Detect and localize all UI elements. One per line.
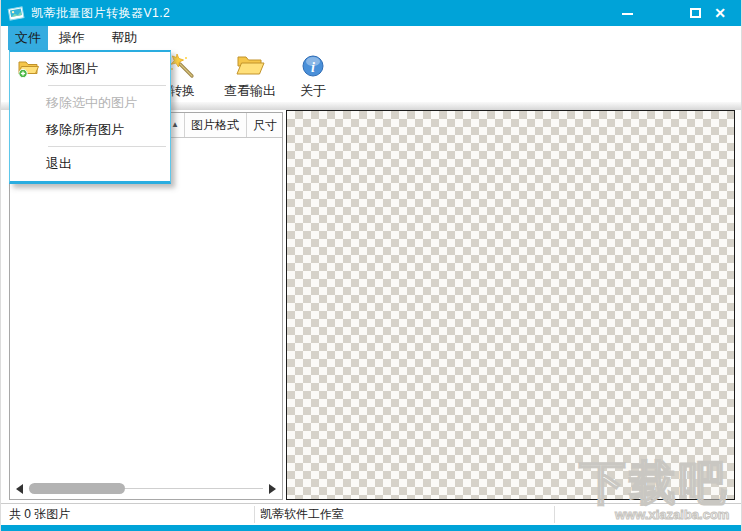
menu-item-exit[interactable]: 退出 <box>10 150 170 177</box>
titlebar[interactable]: 凯蒂批量图片转换器V1.2 ✕ <box>1 0 741 26</box>
status-divider <box>554 506 555 523</box>
status-image-count: 共 0 张图片 <box>9 504 70 525</box>
toolbar-button-view-output[interactable]: 查看输出 <box>215 51 285 101</box>
sort-ascending-icon: ▲ <box>171 113 179 137</box>
menu-item-remove-all[interactable]: 移除所有图片 <box>10 116 170 143</box>
window-title: 凯蒂批量图片转换器V1.2 <box>31 0 170 26</box>
info-icon: i <box>301 51 325 81</box>
toolbar-button-label: 查看输出 <box>224 82 276 100</box>
status-studio-name: 凯蒂软件工作室 <box>260 504 344 525</box>
column-label: 尺寸 <box>253 118 277 132</box>
menu-item-label: 添加图片 <box>46 60 98 78</box>
menubar-item-operation[interactable]: 操作 <box>52 26 92 50</box>
menu-item-add-images[interactable]: 添加图片 <box>10 55 170 82</box>
column-header-format[interactable]: 图片格式 <box>185 113 247 137</box>
toolbar-button-label: 转换 <box>169 82 195 100</box>
menu-item-remove-selected: 移除选中的图片 <box>10 89 170 116</box>
menubar: 文件 操作 帮助 <box>1 26 741 50</box>
minimize-icon <box>622 13 633 15</box>
app-icon <box>7 5 25 21</box>
menubar-item-help[interactable]: 帮助 <box>104 26 144 50</box>
toolbar-button-about[interactable]: i 关于 <box>287 51 339 101</box>
horizontal-scrollbar <box>13 482 279 496</box>
maximize-icon <box>690 8 701 18</box>
app-window: 凯蒂批量图片转换器V1.2 ✕ 文件 操作 帮助 转换 <box>0 0 742 531</box>
close-button[interactable]: ✕ <box>711 5 729 21</box>
transparency-checkerboard-preview <box>286 110 735 500</box>
scroll-right-button[interactable] <box>269 484 276 494</box>
magic-wand-icon <box>169 51 196 81</box>
statusbar: 共 0 张图片 凯蒂软件工作室 <box>1 503 741 525</box>
scroll-thumb[interactable] <box>29 483 125 494</box>
toolbar-button-label: 关于 <box>300 82 326 100</box>
status-divider <box>254 506 255 523</box>
scroll-left-button[interactable] <box>16 484 23 494</box>
svg-text:i: i <box>311 60 315 75</box>
menu-separator <box>48 146 166 147</box>
maximize-button[interactable] <box>687 5 705 21</box>
menu-item-label: 移除所有图片 <box>46 121 124 139</box>
folder-open-icon <box>235 51 265 81</box>
bottom-accent-strip <box>1 525 741 531</box>
menu-item-label: 移除选中的图片 <box>46 94 137 112</box>
list-body <box>10 138 282 481</box>
minimize-button[interactable] <box>619 5 637 21</box>
menubar-item-file[interactable]: 文件 <box>8 26 48 50</box>
column-header-size[interactable]: 尺寸 <box>247 113 282 137</box>
file-menu-popup: 添加图片 移除选中的图片 移除所有图片 退出 <box>9 50 171 184</box>
folder-add-icon <box>10 59 46 79</box>
column-label: 图片格式 <box>191 118 239 132</box>
menu-separator <box>48 85 166 86</box>
menu-item-label: 退出 <box>46 155 72 173</box>
